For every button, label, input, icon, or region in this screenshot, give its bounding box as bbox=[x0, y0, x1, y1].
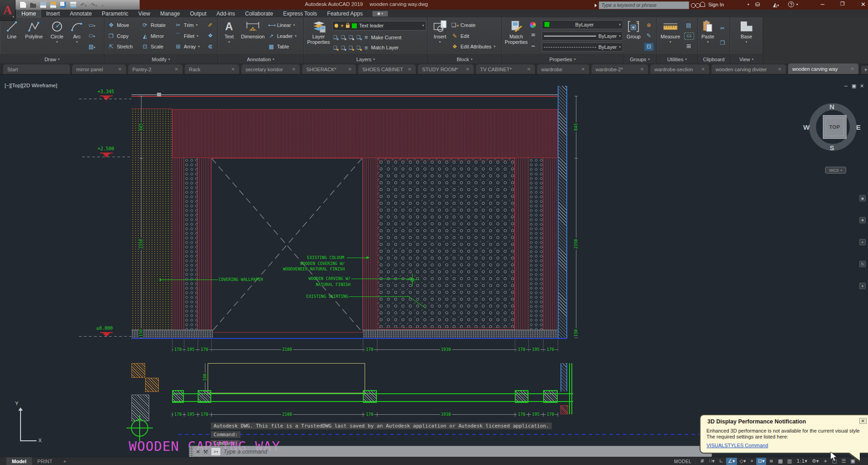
notification-close-icon[interactable]: ✕ bbox=[859, 418, 867, 424]
tab-manage[interactable]: Manage bbox=[155, 10, 185, 17]
rotate-button[interactable]: ⟳Rotate bbox=[141, 21, 173, 29]
close-icon[interactable]: ✕ bbox=[466, 67, 470, 72]
object-snap-tracking-icon[interactable]: ⌖ bbox=[748, 458, 755, 465]
object-color-dropdown[interactable]: ByLayer ▾ bbox=[542, 20, 623, 29]
file-tab[interactable]: wardrobe-2*✕ bbox=[591, 64, 648, 74]
ellipse-icon[interactable]: ⬭▾ bbox=[87, 32, 96, 40]
viewport-restore-icon[interactable]: ▣ bbox=[852, 83, 856, 89]
layer-unisolate-icon[interactable]: ❏ bbox=[340, 45, 346, 50]
viewcube-east[interactable]: E bbox=[854, 123, 863, 131]
model-tab[interactable]: Model bbox=[6, 457, 32, 465]
text-button[interactable]: A Text▾ bbox=[220, 17, 239, 54]
isometric-drafting-icon[interactable]: ◇▾ bbox=[738, 458, 748, 465]
explode-icon[interactable]: ❖ bbox=[206, 32, 215, 40]
file-tab[interactable]: mirror panel✕ bbox=[72, 64, 126, 74]
mirror-button[interactable]: ◭Mirror bbox=[141, 32, 173, 40]
panel-label-view[interactable]: View▾ bbox=[730, 54, 763, 63]
match-layer-button[interactable]: ❏ ❏ ❏ ❏ ≣ Match Layer bbox=[332, 43, 426, 52]
save-as-icon[interactable] bbox=[50, 2, 56, 8]
stretch-button[interactable]: ⇱Stretch bbox=[108, 42, 140, 51]
file-tab[interactable]: secretary koridor✕ bbox=[241, 64, 300, 74]
panel-label-modify[interactable]: Modify▾ bbox=[105, 54, 217, 63]
linear-button[interactable]: ⟷Linear▾ bbox=[268, 21, 303, 29]
viewcube-west[interactable]: W bbox=[802, 123, 810, 131]
base-button[interactable]: Base▾ bbox=[736, 17, 757, 54]
command-close-icon[interactable]: ✕ bbox=[193, 449, 203, 455]
viewcube-top-face[interactable]: TOP bbox=[823, 115, 847, 139]
file-tab[interactable]: wooden carving divider✕ bbox=[711, 64, 786, 74]
layer-on2-icon[interactable]: ❏ bbox=[332, 45, 338, 50]
trim-button[interactable]: ✂Trim▾ bbox=[175, 21, 204, 29]
cut-icon[interactable]: ✂ bbox=[718, 25, 727, 32]
close-icon[interactable]: ✕ bbox=[640, 67, 644, 72]
file-tab[interactable]: Pantry-2✕ bbox=[128, 64, 183, 74]
tab-addins[interactable]: Add-ins bbox=[211, 10, 240, 17]
rectangle-icon[interactable]: ▭▾ bbox=[87, 21, 96, 29]
lineweight-icon[interactable]: ≡ bbox=[767, 458, 775, 465]
edit-attributes-button[interactable]: ❖Edit Attributes▾ bbox=[451, 42, 501, 51]
close-icon[interactable]: ✕ bbox=[527, 67, 531, 72]
layer-isolate-icon[interactable]: ❏ bbox=[340, 35, 346, 40]
app-store-cart-icon[interactable]: ⛁ bbox=[755, 1, 760, 8]
file-tab[interactable]: wardrobe-section✕ bbox=[650, 64, 710, 74]
color-wheel-icon[interactable] bbox=[530, 22, 536, 28]
fillet-button[interactable]: ⌒Fillet▾ bbox=[175, 32, 204, 40]
search-collapse-icon[interactable] bbox=[595, 4, 597, 7]
layer-properties-button[interactable]: Layer Properties bbox=[306, 17, 331, 54]
layer-thaw2-icon[interactable]: ❏ bbox=[348, 45, 354, 50]
edit-block-button[interactable]: ✎Edit bbox=[451, 32, 501, 40]
scale-button[interactable]: ⊡Scale bbox=[141, 42, 173, 51]
sign-in-dropdown-icon[interactable]: ▾ bbox=[748, 3, 749, 6]
plot-icon[interactable] bbox=[70, 2, 76, 8]
navbar-zoom-icon[interactable]: ⌖ bbox=[859, 239, 866, 245]
application-menu-button[interactable]: A▾ bbox=[0, 0, 16, 21]
copy-button[interactable]: ❐Copy bbox=[108, 32, 140, 40]
close-icon[interactable]: ✕ bbox=[408, 67, 412, 72]
new-file-icon[interactable] bbox=[20, 2, 26, 8]
search-binoculars-icon[interactable] bbox=[691, 3, 700, 8]
layer-unlock2-icon[interactable]: ❏ bbox=[356, 45, 361, 50]
polyline-button[interactable]: Polyline bbox=[22, 17, 47, 54]
command-bar[interactable]: ✕ ⚒ >▾ Type a command bbox=[189, 446, 712, 457]
save-icon[interactable] bbox=[40, 2, 46, 8]
file-tab[interactable]: Rack✕ bbox=[184, 64, 240, 74]
close-icon[interactable]: ✕ bbox=[348, 67, 352, 72]
grid-icon[interactable]: # bbox=[698, 458, 706, 465]
measure-button[interactable]: Measure▾ bbox=[658, 17, 683, 54]
transfer-icon[interactable] bbox=[60, 2, 66, 8]
panel-label-properties[interactable]: Properties▾ bbox=[502, 54, 623, 63]
panel-label-annotation[interactable]: Annotation▾ bbox=[218, 54, 303, 63]
command-input[interactable]: Type a command bbox=[224, 449, 267, 455]
close-icon[interactable]: ✕ bbox=[701, 67, 705, 72]
object-snap-icon[interactable]: ⊡▾ bbox=[756, 458, 767, 465]
tab-featured-apps[interactable]: Featured Apps bbox=[322, 10, 368, 17]
linetype-dropdown[interactable]: ByLayer ▾ bbox=[542, 42, 623, 52]
ribbon-display-toggle[interactable]: ▾ bbox=[372, 11, 388, 16]
line-button[interactable]: Line bbox=[2, 17, 22, 54]
customization-gear-icon[interactable]: ⚙▾ bbox=[810, 458, 821, 465]
hatch-icon[interactable]: ▨▾ bbox=[87, 43, 96, 51]
close-icon[interactable]: ✕ bbox=[175, 67, 178, 72]
viewport-controls[interactable]: [−][Top][2D Wireframe] bbox=[5, 83, 57, 88]
array-button[interactable]: ⊞Array▾ bbox=[175, 42, 204, 51]
tab-parametric[interactable]: Parametric bbox=[97, 10, 133, 17]
quick-select-icon[interactable]: ▤ bbox=[684, 21, 693, 29]
ortho-icon[interactable]: ∟ bbox=[717, 458, 725, 465]
file-tab-start[interactable]: Start bbox=[3, 64, 70, 74]
transparency-icon[interactable]: ▩ bbox=[776, 458, 784, 465]
restore-button[interactable]: ❐ bbox=[840, 1, 845, 7]
table-button[interactable]: ▦Table bbox=[268, 42, 303, 51]
command-customize-icon[interactable]: ⚒ bbox=[203, 449, 211, 455]
arc-button[interactable]: Arc▾ bbox=[68, 17, 86, 54]
help-icon[interactable]: ? bbox=[788, 1, 794, 7]
panel-label-block[interactable]: Block▾ bbox=[428, 54, 502, 63]
layer-unlock-icon[interactable] bbox=[346, 25, 350, 28]
tab-output[interactable]: Output bbox=[185, 10, 211, 17]
make-current-button[interactable]: ❏ ❏ ❏ ❏ ≣ Make Current bbox=[332, 33, 426, 42]
close-button[interactable]: ✕ bbox=[861, 1, 866, 8]
a360-icon[interactable]: ◭▾ bbox=[773, 1, 779, 8]
file-tab[interactable]: wardrobe✕ bbox=[537, 64, 590, 74]
qat-customize-icon[interactable]: ⌄ bbox=[101, 3, 105, 7]
annotation-visibility-icon[interactable]: + bbox=[821, 458, 829, 465]
file-tab[interactable]: SHOES CABINET✕ bbox=[358, 64, 416, 74]
